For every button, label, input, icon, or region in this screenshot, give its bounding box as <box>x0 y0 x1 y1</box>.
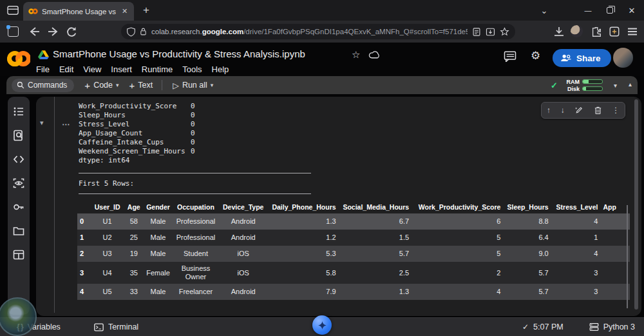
settings-gear-icon[interactable]: ⚙ <box>531 49 540 63</box>
table-cell: Male <box>144 213 173 230</box>
downloads-icon[interactable] <box>553 26 565 37</box>
restore-button[interactable] <box>599 0 621 21</box>
tab-search-icon[interactable]: ⌄ <box>533 0 555 21</box>
table-cell: U1 <box>91 213 124 230</box>
gemini-fab[interactable] <box>312 315 332 335</box>
delete-cell-icon[interactable] <box>594 106 602 115</box>
cell-menu-icon[interactable]: ⋮ <box>612 106 620 115</box>
table-cell: Female <box>144 262 173 284</box>
table-cell: 1.5 <box>339 230 412 246</box>
column-header: Gender <box>144 201 173 213</box>
browser-tab[interactable]: SmartPhone Usage vs Productiv ✕ <box>23 2 134 21</box>
disk-bar <box>582 86 603 91</box>
column-header: Work_Productivity_Score <box>412 201 503 213</box>
lock-icon <box>140 27 147 36</box>
plus-icon: + <box>84 80 90 91</box>
back-icon[interactable] <box>27 26 41 37</box>
collapse-output-icon[interactable]: ▾ <box>40 119 44 127</box>
drive-icon <box>38 50 49 59</box>
separator-line <box>79 173 311 173</box>
share-label: Share <box>576 54 601 63</box>
close-button[interactable]: ✕ <box>621 0 643 21</box>
cell-more-icon[interactable]: ⋯ <box>62 120 70 129</box>
table-cell: Freelancer <box>173 284 218 300</box>
table-cell: U4 <box>91 262 124 284</box>
url-text[interactable]: colab.research.google.com/drive/1Fa0fGvb… <box>151 28 468 35</box>
table-cell: 2.5 <box>339 262 412 284</box>
menu-tools[interactable]: Tools <box>182 64 202 74</box>
menu-runtime[interactable]: Runtime <box>142 64 173 74</box>
table-cell: 5 <box>412 230 503 246</box>
commands-button[interactable]: Commands <box>12 79 74 92</box>
sidebar-apps-icon[interactable] <box>608 26 621 37</box>
cell-toolbar: ↑ ↓ ⋮ <box>541 102 625 119</box>
notebook-title[interactable]: SmartPhone Usage vs Productivity & Stres… <box>53 48 305 59</box>
add-code-button[interactable]: + Code ▾ <box>84 80 118 91</box>
reader-mode-icon[interactable] <box>472 27 481 37</box>
favorite-star-icon[interactable] <box>500 27 509 37</box>
workspaces-icon[interactable] <box>8 26 19 37</box>
menu-insert[interactable]: Insert <box>111 64 132 74</box>
save-page-icon[interactable] <box>486 27 495 37</box>
play-icon: ▷ <box>173 81 179 90</box>
ram-label: RAM <box>564 79 580 85</box>
table-cell: Student <box>173 246 218 262</box>
column-header: Occupation <box>173 201 218 213</box>
secrets-key-icon[interactable] <box>13 201 24 213</box>
data-table-icon[interactable] <box>13 249 24 261</box>
move-cell-down-icon[interactable]: ↓ <box>560 106 564 115</box>
code-snippets-icon[interactable] <box>13 153 24 165</box>
minimize-button[interactable]: — <box>577 0 599 21</box>
profile-avatar[interactable] <box>571 25 583 37</box>
table-cell: 6.7 <box>339 213 412 230</box>
menu-icon[interactable] <box>626 26 639 37</box>
menu-help[interactable]: Help <box>212 64 229 74</box>
menu-file[interactable]: File <box>36 64 50 74</box>
table-cell: iOS <box>219 262 268 284</box>
table-cell: 1.2 <box>268 230 339 246</box>
move-cell-up-icon[interactable]: ↑ <box>547 106 551 115</box>
chevron-down-icon[interactable]: ▾ <box>116 82 119 88</box>
resources-chevron-icon[interactable]: ▾ <box>614 82 617 89</box>
resource-meter[interactable]: RAM Disk <box>564 79 603 92</box>
refresh-icon[interactable] <box>64 26 79 37</box>
tab-actions-icon[interactable] <box>6 5 19 16</box>
share-people-icon <box>560 54 571 63</box>
table-cell: 19 <box>124 246 144 262</box>
address-bar[interactable]: colab.research.google.com/drive/1Fa0fGvb… <box>121 24 515 39</box>
menu-view[interactable]: View <box>83 64 101 74</box>
menu-bar: File Edit View Insert Runtime Tools Help <box>36 62 229 76</box>
column-header: Sleep_Hours <box>503 201 551 213</box>
files-folder-icon[interactable] <box>13 225 24 237</box>
tab-close-icon[interactable]: ✕ <box>122 7 128 15</box>
table-cell: 8.8 <box>503 213 551 230</box>
table-cell: 5.7 <box>339 246 412 262</box>
comment-icon[interactable] <box>504 51 516 62</box>
extensions-icon[interactable] <box>590 26 603 37</box>
find-replace-icon[interactable] <box>13 130 24 141</box>
notebook-scrollbar[interactable] <box>634 99 638 310</box>
add-text-button[interactable]: + Text <box>129 80 153 91</box>
gemini-scan-eye-icon[interactable] <box>13 177 24 189</box>
runtime-label[interactable]: Python 3 <box>603 322 635 331</box>
menu-edit[interactable]: Edit <box>59 64 73 74</box>
new-tab-button[interactable]: + <box>143 5 149 15</box>
collapse-toolbar-icon[interactable]: ▾ <box>629 82 632 89</box>
chevron-down-icon[interactable]: ▾ <box>211 82 214 88</box>
dataframe-scrollbar[interactable] <box>627 205 628 308</box>
account-avatar[interactable] <box>613 48 633 68</box>
edit-with-ai-icon[interactable] <box>574 106 583 115</box>
dataframe-container[interactable]: User_IDAgeGenderOccupationDevice_TypeDai… <box>77 201 630 309</box>
table-cell: 7.9 <box>268 284 339 300</box>
tracking-shield-icon[interactable] <box>127 27 135 37</box>
table-cell: 35 <box>124 262 144 284</box>
saved-time: 5:07 PM <box>533 322 564 331</box>
table-of-contents-icon[interactable] <box>13 106 24 117</box>
table-cell: 5 <box>412 246 503 262</box>
star-notebook-icon[interactable]: ☆ <box>352 49 360 61</box>
column-header: Daily_Phone_Hours <box>268 201 339 213</box>
forward-icon[interactable] <box>46 26 61 37</box>
share-button[interactable]: Share <box>553 49 611 67</box>
terminal-button[interactable]: Terminal <box>94 322 138 331</box>
run-all-button[interactable]: ▷ Run all ▾ <box>173 81 213 90</box>
